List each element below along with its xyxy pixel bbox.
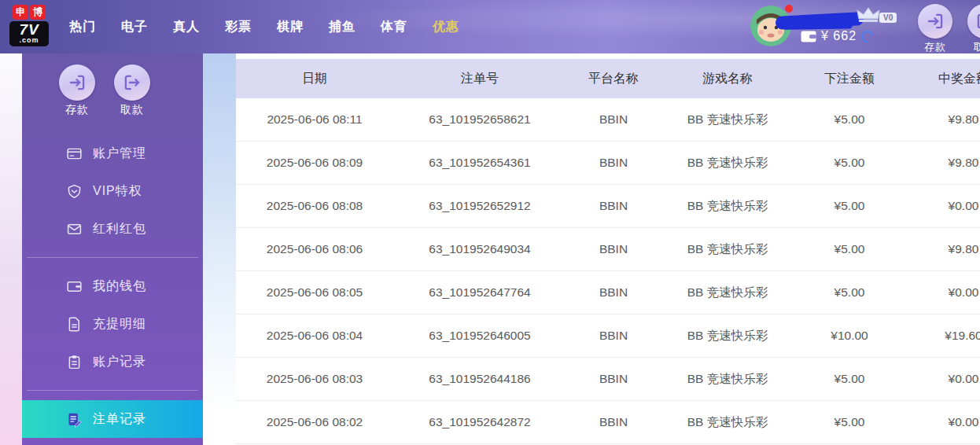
cell-platform: BBIN: [566, 142, 661, 184]
transfer-in-icon: [918, 4, 952, 39]
username-redaction: [776, 12, 864, 30]
sidebar-withdraw-button-label: 取款: [120, 103, 144, 117]
wallet-icon: [66, 278, 83, 295]
cell-bet-amount: ¥5.00: [794, 401, 904, 443]
table-row: 2025-06-06 08:0963_101952654361BBINBB 竞速…: [236, 142, 980, 185]
balance-row: ¥ 662: [801, 29, 873, 43]
cell-game: BB 竞速快乐彩: [661, 185, 794, 227]
topbar-quick-actions: 存款取款: [916, 4, 980, 54]
cell-date: 2025-06-06 08:03: [236, 358, 393, 400]
file-icon: [66, 316, 83, 333]
brand-badges: 申 博: [9, 5, 49, 20]
cell-date: 2025-06-06 08:02: [236, 401, 393, 443]
cell-win-amount: ¥9.80: [904, 142, 980, 184]
main-nav: 热门电子真人彩票棋牌捕鱼体育优惠: [57, 0, 472, 53]
topbar-withdraw-button[interactable]: 取款: [966, 4, 980, 54]
table-row: 2025-06-06 08:0663_101952649034BBINBB 竞速…: [236, 228, 980, 271]
crown-icon[interactable]: [856, 6, 881, 24]
sidebar-item-0-1[interactable]: VIP特权: [22, 172, 203, 210]
brand-logo[interactable]: 申 博 7V .com: [9, 5, 49, 46]
balance-amount: ¥ 662: [821, 29, 857, 43]
brand-mark: 7V .com: [9, 21, 49, 46]
cell-date: 2025-06-06 08:04: [236, 314, 393, 357]
cell-order-no: 63_101952647764: [393, 271, 566, 314]
menu-divider: [27, 390, 198, 391]
col-header-win-amount: 中奖金额: [904, 59, 980, 98]
menu-divider: [27, 257, 198, 258]
vip-shield-icon: [66, 183, 83, 200]
sidebar-menu: 账户管理VIP特权红利红包我的钱包充提明细账户记录注单记录: [22, 134, 203, 438]
cell-bet-amount: ¥5.00: [794, 271, 904, 314]
table-body: 2025-06-06 08:1163_101952658621BBINBB 竞速…: [236, 98, 980, 444]
cell-bet-amount: ¥5.00: [794, 228, 904, 270]
nav-item-6[interactable]: 捕鱼: [316, 19, 368, 35]
cell-platform: BBIN: [566, 358, 661, 400]
nav-item-3[interactable]: 真人: [160, 19, 212, 35]
sidebar-item-1-0[interactable]: 我的钱包: [22, 267, 203, 305]
cell-order-no: 63_101952649034: [393, 228, 566, 270]
nav-item-2[interactable]: 电子: [109, 19, 160, 35]
cell-platform: BBIN: [566, 185, 661, 227]
col-header-order-no: 注单号: [393, 59, 566, 98]
col-header-platform: 平台名称: [566, 59, 661, 98]
brand-tld: .com: [19, 37, 39, 44]
sidebar-item-1-2[interactable]: 账户记录: [22, 343, 203, 381]
cell-game: BB 竞速快乐彩: [661, 271, 794, 314]
cell-order-no: 63_101952654361: [393, 142, 566, 184]
cell-order-no: 63_101952644186: [393, 358, 566, 400]
sidebar-item-0-0[interactable]: 账户管理: [22, 134, 203, 172]
sidebar-item-label: VIP特权: [93, 183, 142, 200]
nav-item-5[interactable]: 棋牌: [264, 19, 316, 35]
cell-platform: BBIN: [566, 271, 661, 314]
brand-badge-2: 博: [30, 5, 46, 20]
cell-order-no: 63_101952642872: [393, 401, 566, 443]
sidebar-item-label: 账户管理: [93, 145, 146, 162]
topbar-deposit-button[interactable]: 存款: [916, 4, 954, 54]
col-header-bet-amount: 下注金额: [794, 59, 904, 98]
sidebar-item-2-0[interactable]: 注单记录: [22, 400, 203, 438]
cell-date: 2025-06-06 08:11: [236, 98, 393, 141]
cell-game: BB 竞速快乐彩: [661, 401, 794, 443]
sidebar: 存款取款 账户管理VIP特权红利红包我的钱包充提明细账户记录注单记录: [22, 53, 203, 445]
cell-bet-amount: ¥5.00: [794, 358, 904, 400]
cell-platform: BBIN: [566, 98, 661, 141]
cell-bet-amount: ¥5.00: [794, 98, 904, 141]
sidebar-withdraw-button[interactable]: 取款: [113, 64, 151, 117]
nav-item-7[interactable]: 体育: [368, 19, 420, 35]
topbar-deposit-button-label: 存款: [924, 40, 946, 54]
sidebar-item-label: 我的钱包: [93, 278, 146, 295]
cell-bet-amount: ¥5.00: [794, 142, 904, 184]
sidebar-deposit-button[interactable]: 存款: [58, 64, 96, 117]
page-left-decor: [0, 53, 22, 445]
cell-game: BB 竞速快乐彩: [661, 228, 794, 270]
cell-date: 2025-06-06 08:06: [236, 228, 393, 270]
sidebar-glow-decor: [203, 53, 236, 445]
sidebar-item-label: 充提明细: [93, 316, 146, 333]
cell-win-amount: ¥9.80: [904, 228, 980, 270]
sidebar-item-0-2[interactable]: 红利红包: [22, 210, 203, 248]
cell-game: BB 竞速快乐彩: [661, 142, 794, 184]
table-row: 2025-06-06 08:0463_101952646005BBINBB 竞速…: [236, 314, 980, 358]
cell-win-amount: ¥0.00: [904, 185, 980, 227]
sidebar-item-label: 账户记录: [93, 354, 146, 370]
table-row: 2025-06-06 08:0363_101952644186BBINBB 竞速…: [236, 358, 980, 401]
col-header-game: 游戏名称: [661, 59, 794, 98]
cell-win-amount: ¥0.00: [904, 401, 980, 443]
notification-dot-icon: [785, 5, 793, 13]
cell-game: BB 竞速快乐彩: [661, 358, 794, 400]
cell-win-amount: ¥9.80: [904, 98, 980, 141]
sidebar-deposit-button-label: 存款: [65, 103, 89, 117]
brand-name: 7V: [19, 23, 39, 37]
nav-item-1[interactable]: 热门: [57, 19, 109, 35]
nav-item-4[interactable]: 彩票: [212, 19, 264, 35]
cell-platform: BBIN: [566, 401, 661, 443]
nav-item-8[interactable]: 优惠: [420, 19, 472, 35]
sidebar-item-1-1[interactable]: 充提明细: [22, 305, 203, 343]
topbar-withdraw-button-label: 取款: [974, 40, 980, 54]
cell-win-amount: ¥0.00: [904, 271, 980, 314]
transfer-out-icon: [967, 4, 980, 39]
vip-level-badge[interactable]: V0: [879, 13, 897, 23]
cell-platform: BBIN: [566, 228, 661, 270]
cell-game: BB 竞速快乐彩: [661, 314, 794, 357]
refresh-icon[interactable]: [859, 28, 875, 45]
